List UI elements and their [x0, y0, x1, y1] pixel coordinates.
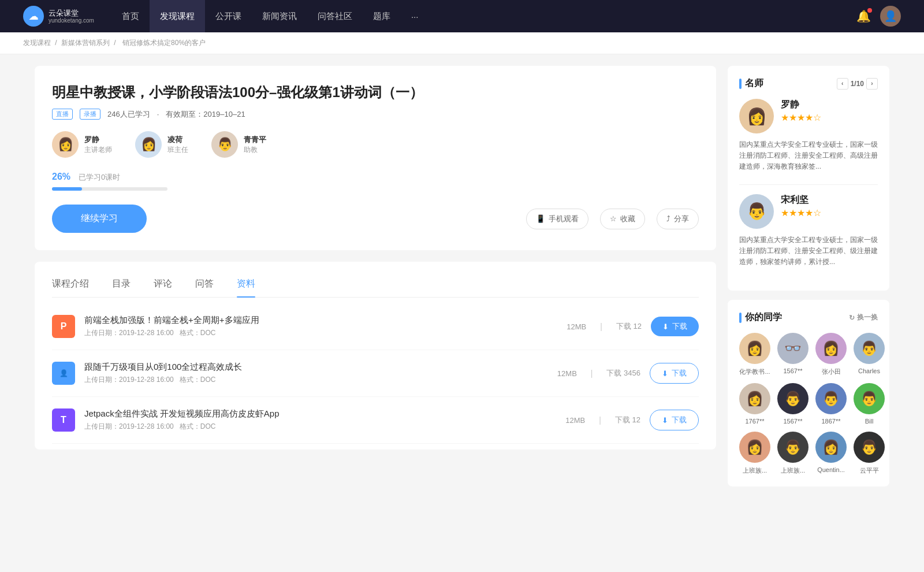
share-button[interactable]: ⤴ 分享: [657, 209, 699, 229]
classmate-7-avatar: 👨: [815, 383, 847, 414]
collect-button[interactable]: ☆ 收藏: [600, 209, 645, 229]
resource-name-2: 跟随千万级项目从0到100全过程高效成长: [84, 362, 548, 373]
tab-resources[interactable]: 资料: [237, 271, 255, 297]
resource-size-3: 12MB: [565, 416, 585, 425]
progress-bar-fill: [52, 187, 82, 191]
classmate-8-name: Bill: [865, 418, 874, 425]
course-actions: 继续学习 📱 手机观看 ☆ 收藏 ⤴ 分享: [52, 205, 699, 233]
teachers-card: 名师 ‹ 1/10 › 👩 罗静 ★★★★☆ 国内某重点大学安全工程专业硕士，国…: [728, 66, 889, 291]
user-avatar[interactable]: 👤: [880, 6, 901, 27]
classmate-8-avatar: 👨: [854, 383, 885, 414]
teacher-3: 👨 青青平 助教: [211, 131, 266, 158]
classmate-11: 👩 Quentin...: [815, 432, 847, 475]
classmate-3-name: 张小田: [822, 367, 841, 376]
nav-right: 🔔 👤: [856, 6, 901, 27]
nav-open[interactable]: 公开课: [205, 0, 252, 32]
classmate-9-avatar: 👩: [739, 432, 770, 463]
course-validity: 有效期至：2019–10–21: [166, 109, 245, 120]
badge-live: 直播: [52, 109, 73, 120]
progress-learned: 已学习0课时: [79, 173, 120, 181]
classmate-6-avatar: 👨: [777, 383, 808, 414]
teacher-3-role: 助教: [244, 145, 266, 155]
classmate-4-name: Charles: [858, 367, 880, 374]
resource-icon-2: 👤: [52, 362, 75, 385]
classmate-10: 👨 上班族...: [777, 432, 808, 475]
classmate-5-avatar: 👩: [739, 383, 770, 414]
tab-intro[interactable]: 课程介绍: [52, 271, 89, 297]
course-title: 明星中教授课，小学阶段语法100分–强化级第1讲动词（一）: [52, 83, 699, 102]
refresh-classmates-button[interactable]: ↻ 换一换: [849, 313, 878, 322]
nav-more[interactable]: ···: [401, 0, 429, 32]
refresh-icon: ↻: [849, 314, 855, 322]
teachers-title: 名师 ‹ 1/10 ›: [739, 77, 878, 90]
classmate-1: 👩 化学教书...: [739, 333, 770, 376]
sidebar: 名师 ‹ 1/10 › 👩 罗静 ★★★★☆ 国内某重点大学安全工程专业硕士，国…: [728, 66, 889, 496]
classmate-2: 👓 1567**: [777, 333, 808, 376]
logo-text: 云朵课堂: [49, 9, 94, 18]
classmate-8: 👨 Bill: [854, 383, 885, 425]
resource-info-3: Jetpack全组件实战 开发短视频应用高仿皮皮虾App 上传日期：2019-1…: [84, 408, 556, 432]
resource-name-1: 前端全栈加强版！前端全栈+全周期+多端应用: [84, 315, 557, 326]
teacher-1-name: 罗静: [84, 135, 112, 145]
share-icon: ⤴: [666, 214, 670, 223]
teacher-divider: [739, 184, 878, 185]
sidebar-teacher-2-avatar: 👨: [739, 194, 774, 229]
resource-meta-1: 上传日期：2019-12-28 16:00 格式：DOC: [84, 328, 557, 338]
download-button-2[interactable]: ⬇ 下载: [650, 363, 699, 384]
classmate-10-avatar: 👨: [777, 432, 808, 463]
tab-catalog[interactable]: 目录: [112, 271, 131, 297]
logo-icon: ☁: [23, 6, 44, 27]
sidebar-teacher-2: 👨 宋利坚 ★★★★☆ 国内某重点大学安全工程专业硕士，国家一级注册消防工程师、…: [739, 194, 878, 268]
nav-news[interactable]: 新闻资讯: [252, 0, 307, 32]
resource-size-1: 12MB: [567, 322, 586, 331]
nav-quiz[interactable]: 题库: [363, 0, 401, 32]
sidebar-teacher-1: 👩 罗静 ★★★★☆ 国内某重点大学安全工程专业硕士，国家一级注册消防工程师、注…: [739, 99, 878, 173]
classmate-3-avatar: 👩: [815, 333, 847, 364]
classmates-card: 你的同学 ↻ 换一换 👩 化学教书... 👓 1567** 👩 张小田: [728, 300, 889, 486]
classmate-6-name: 1567**: [783, 418, 802, 425]
resource-downloads-1: 下载 12: [616, 321, 642, 332]
tab-comments[interactable]: 评论: [154, 271, 172, 297]
mobile-watch-button[interactable]: 📱 手机观看: [526, 209, 588, 229]
nav-home[interactable]: 首页: [111, 0, 150, 32]
resource-icon-1: P: [52, 315, 75, 338]
logo-sub: yundoketang.com: [49, 17, 94, 24]
page-next-button[interactable]: ›: [866, 78, 878, 90]
tab-qa[interactable]: 问答: [195, 271, 214, 297]
content-area: 明星中教授课，小学阶段语法100分–强化级第1讲动词（一） 直播 录播 246人…: [35, 66, 716, 496]
download-icon-1: ⬇: [662, 322, 669, 331]
sidebar-teacher-2-desc: 国内某重点大学安全工程专业硕士，国家一级注册消防工程师、注册安全工程师、级注册建…: [739, 235, 878, 268]
page-prev-button[interactable]: ‹: [837, 78, 848, 90]
resource-item-3: T Jetpack全组件实战 开发短视频应用高仿皮皮虾App 上传日期：2019…: [52, 397, 699, 444]
resource-item-2: 👤 跟随千万级项目从0到100全过程高效成长 上传日期：2019-12-28 1…: [52, 350, 699, 397]
classmate-11-name: Quentin...: [817, 466, 845, 473]
sidebar-teacher-2-name: 宋利坚: [781, 194, 821, 206]
sidebar-teacher-1-stars: ★★★★☆: [781, 112, 821, 123]
classmate-7-name: 1867**: [821, 418, 840, 425]
course-teachers: 👩 罗静 主讲老师 👩 凌荷 班主任 👨 青青平: [52, 131, 699, 158]
download-button-3[interactable]: ⬇ 下载: [650, 410, 699, 430]
download-button-1[interactable]: ⬇ 下载: [651, 317, 699, 336]
resource-size-2: 12MB: [557, 369, 577, 378]
classmate-12-name: 云平平: [860, 466, 879, 475]
classmate-9-name: 上班族...: [743, 466, 767, 475]
logo[interactable]: ☁ 云朵课堂 yundoketang.com: [23, 6, 94, 27]
teacher-2-role: 班主任: [167, 145, 188, 155]
progress-section: 26% 已学习0课时: [52, 172, 699, 191]
teacher-2-name: 凌荷: [167, 135, 188, 145]
classmate-1-name: 化学教书...: [739, 367, 770, 376]
teacher-1-role: 主讲老师: [84, 145, 112, 155]
nav-qa[interactable]: 问答社区: [307, 0, 363, 32]
teachers-pagination: ‹ 1/10 ›: [837, 78, 878, 90]
breadcrumb-discover[interactable]: 发现课程: [23, 39, 51, 47]
classmate-5: 👩 1767**: [739, 383, 770, 425]
notification-bell[interactable]: 🔔: [856, 9, 871, 23]
classmate-9: 👩 上班族...: [739, 432, 770, 475]
resource-info-2: 跟随千万级项目从0到100全过程高效成长 上传日期：2019-12-28 16:…: [84, 362, 548, 385]
breadcrumb-series[interactable]: 新媒体营销系列: [61, 39, 110, 47]
nav-discover[interactable]: 发现课程: [150, 0, 205, 32]
teacher-2-avatar: 👩: [135, 131, 162, 158]
resource-item: P 前端全栈加强版！前端全栈+全周期+多端应用 上传日期：2019-12-28 …: [52, 303, 699, 350]
progress-pct: 26%: [52, 172, 70, 181]
continue-learning-button[interactable]: 继续学习: [52, 205, 147, 233]
